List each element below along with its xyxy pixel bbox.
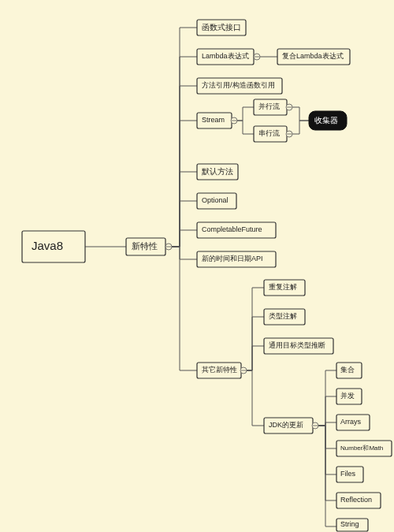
node-other-label: 其它新特性	[202, 366, 237, 374]
node-jdk-label: JDK的更新	[269, 421, 303, 429]
link	[244, 370, 264, 426]
node-parallel-label: 并行流	[258, 102, 280, 110]
node-root[interactable]: Java8	[22, 231, 85, 262]
node-serial-label: 串行流	[258, 129, 280, 137]
node-files-label: Files	[340, 470, 356, 478]
node-date-label: 新的时间和日期API	[202, 255, 263, 262]
node-stream[interactable]: Stream	[197, 113, 237, 128]
node-serial[interactable]: 串行流	[254, 126, 292, 142]
node-number-math[interactable]: Number和Math	[336, 441, 392, 456]
node-date[interactable]: 新的时间和日期API	[197, 251, 276, 267]
node-generic-infer-label: 通用目标类型推断	[269, 341, 325, 349]
node-mref[interactable]: 方法引用/构造函数引用	[197, 78, 282, 94]
node-repeat-anno[interactable]: 重复注解	[264, 280, 305, 296]
link	[244, 346, 264, 370]
node-string[interactable]: String	[336, 519, 368, 531]
node-lambda-label: Lambda表达式	[202, 52, 249, 60]
node-number-math-label: Number和Math	[340, 445, 383, 452]
link	[318, 396, 336, 426]
node-jdk[interactable]: JDK的更新	[264, 418, 318, 433]
node-reflection-label: Reflection	[340, 496, 372, 504]
link	[172, 247, 197, 259]
node-root-label: Java8	[32, 239, 63, 252]
node-collections[interactable]: 集合	[336, 363, 362, 378]
link	[172, 86, 197, 247]
node-concurrent-label: 并发	[340, 392, 355, 400]
link	[318, 426, 336, 526]
node-reflection[interactable]: Reflection	[336, 493, 381, 508]
node-collector-label: 收集器	[314, 116, 338, 125]
node-compound-lambda[interactable]: 复合Lambda表达式	[277, 49, 350, 65]
node-repeat-anno-label: 重复注解	[269, 283, 297, 291]
node-default-label: 默认方法	[201, 167, 233, 176]
node-fi-label: 函数式接口	[202, 23, 241, 32]
node-other[interactable]: 其它新特性	[197, 363, 247, 378]
node-generic-infer[interactable]: 通用目标类型推断	[264, 338, 333, 354]
link	[318, 426, 336, 448]
node-type-anno[interactable]: 类型注解	[264, 309, 305, 325]
link	[172, 230, 197, 247]
link	[172, 57, 197, 247]
link	[318, 426, 336, 474]
link	[172, 201, 197, 247]
node-lambda[interactable]: Lambda表达式	[197, 49, 260, 65]
node-features[interactable]: 新特性	[126, 238, 172, 255]
node-compound-lambda-label: 复合Lambda表达式	[282, 52, 344, 60]
node-cf[interactable]: CompletableFuture	[197, 222, 276, 238]
node-stream-label: Stream	[202, 116, 225, 124]
link	[318, 422, 336, 426]
node-arrays-label: Arrays	[340, 418, 362, 426]
node-optional-label: Optional	[202, 196, 229, 204]
node-concurrent[interactable]: 并发	[336, 389, 362, 404]
node-fi[interactable]: 函数式接口	[197, 20, 246, 35]
node-parallel[interactable]: 并行流	[254, 99, 292, 115]
link	[318, 370, 336, 426]
node-features-label: 新特性	[132, 241, 158, 251]
link	[318, 426, 336, 500]
node-cf-label: CompletableFuture	[202, 225, 262, 233]
link	[172, 121, 197, 247]
mindmap-canvas: Java8 新特性 函数式接口 Lambda表达式 方法引用/构造函数引用 St…	[0, 0, 394, 532]
link	[172, 247, 197, 370]
node-optional[interactable]: Optional	[197, 193, 236, 209]
link	[172, 172, 197, 247]
node-mref-label: 方法引用/构造函数引用	[202, 81, 275, 89]
link	[235, 121, 254, 134]
node-arrays[interactable]: Arrays	[336, 415, 370, 430]
node-default[interactable]: 默认方法	[197, 164, 238, 180]
node-string-label: String	[340, 520, 359, 528]
node-files[interactable]: Files	[336, 467, 363, 482]
node-type-anno-label: 类型注解	[269, 312, 297, 320]
link	[235, 107, 254, 121]
link	[244, 288, 264, 370]
link	[244, 317, 264, 370]
link	[172, 28, 197, 247]
node-collections-label: 集合	[340, 366, 355, 374]
node-collector[interactable]: 收集器	[309, 111, 347, 130]
